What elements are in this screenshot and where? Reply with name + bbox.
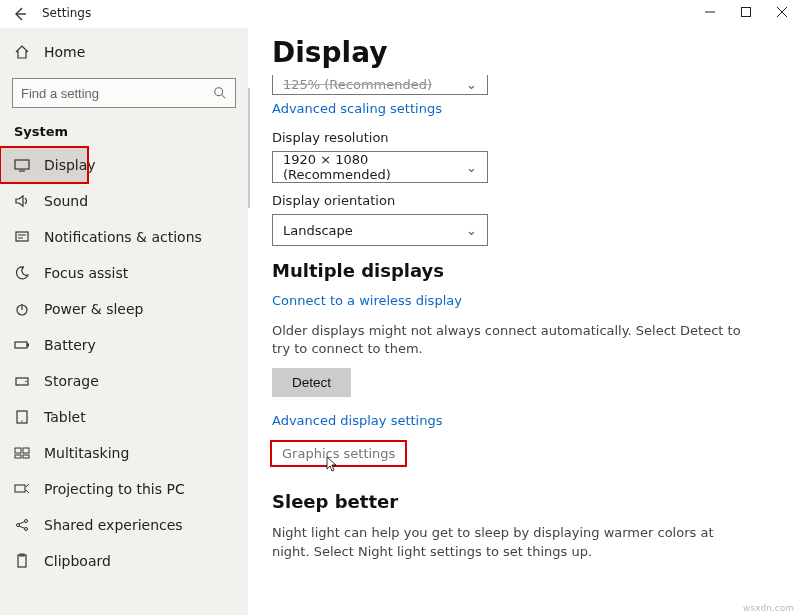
close-button[interactable] [764, 0, 800, 24]
sidebar-item-tablet[interactable]: Tablet [0, 399, 248, 435]
svg-rect-6 [27, 344, 29, 347]
sidebar-item-label: Notifications & actions [44, 229, 202, 245]
sidebar-item-notifications[interactable]: Notifications & actions [0, 219, 248, 255]
watermark: wsxdn.com [743, 603, 794, 613]
connect-wireless-link[interactable]: Connect to a wireless display [272, 293, 462, 308]
svg-rect-13 [15, 455, 21, 458]
sidebar-item-label: Display [44, 157, 96, 173]
tablet-icon [14, 409, 30, 425]
scale-value: 125% (Recommended) [283, 77, 432, 92]
sidebar-item-label: Shared experiences [44, 517, 183, 533]
sidebar-item-label: Sound [44, 193, 88, 209]
svg-rect-12 [23, 448, 29, 453]
main-content: Display 125% (Recommended) ⌄ Advanced sc… [248, 28, 800, 615]
home-icon [14, 44, 30, 60]
sidebar-item-focus[interactable]: Focus assist [0, 255, 248, 291]
clipboard-icon [14, 553, 30, 569]
sidebar-item-storage[interactable]: Storage [0, 363, 248, 399]
sound-icon [14, 193, 30, 209]
orientation-dropdown[interactable]: Landscape ⌄ [272, 214, 488, 246]
back-button[interactable] [0, 0, 40, 28]
resolution-label: Display resolution [272, 130, 800, 145]
older-displays-text: Older displays might not always connect … [272, 322, 742, 358]
sidebar-item-power[interactable]: Power & sleep [0, 291, 248, 327]
detect-button[interactable]: Detect [272, 368, 351, 397]
advanced-display-link[interactable]: Advanced display settings [272, 413, 442, 428]
svg-point-1 [215, 88, 223, 96]
scroll-indicator [248, 88, 250, 208]
svg-rect-15 [15, 485, 25, 492]
minimize-icon [705, 7, 715, 17]
sleep-better-text: Night light can help you get to sleep by… [272, 524, 742, 560]
sidebar-item-label: Multitasking [44, 445, 129, 461]
svg-rect-14 [23, 455, 29, 458]
svg-point-10 [21, 420, 22, 421]
multiple-displays-heading: Multiple displays [272, 260, 800, 281]
svg-rect-2 [15, 160, 29, 169]
chevron-down-icon: ⌄ [466, 77, 477, 92]
sidebar-item-label: Tablet [44, 409, 86, 425]
svg-rect-3 [16, 232, 28, 241]
graphics-settings-link[interactable]: Graphics settings [272, 442, 405, 465]
category-label: System [0, 120, 248, 147]
window-controls [692, 0, 800, 24]
resolution-dropdown[interactable]: 1920 × 1080 (Recommended) ⌄ [272, 151, 488, 183]
sidebar-item-shared[interactable]: Shared experiences [0, 507, 248, 543]
power-icon [14, 301, 30, 317]
search-icon [213, 86, 227, 100]
shared-icon [14, 517, 30, 533]
sidebar: Home System Display Sound Notifications … [0, 28, 248, 615]
notifications-icon [14, 229, 30, 245]
titlebar: Settings [0, 0, 800, 28]
projecting-icon [14, 481, 30, 497]
sidebar-item-label: Focus assist [44, 265, 128, 281]
advanced-scaling-link[interactable]: Advanced scaling settings [272, 101, 442, 116]
svg-rect-11 [15, 448, 21, 453]
page-title: Display [272, 36, 800, 69]
sidebar-item-label: Clipboard [44, 553, 111, 569]
sidebar-item-clipboard[interactable]: Clipboard [0, 543, 248, 579]
focus-icon [14, 265, 30, 281]
sidebar-item-battery[interactable]: Battery [0, 327, 248, 363]
storage-icon [14, 373, 30, 389]
sidebar-item-display[interactable]: Display [0, 147, 88, 183]
sidebar-item-multitasking[interactable]: Multitasking [0, 435, 248, 471]
sidebar-item-label: Battery [44, 337, 96, 353]
sidebar-item-label: Projecting to this PC [44, 481, 185, 497]
chevron-down-icon: ⌄ [466, 160, 477, 175]
orientation-value: Landscape [283, 223, 353, 238]
svg-rect-5 [15, 342, 27, 348]
sidebar-item-label: Storage [44, 373, 99, 389]
home-link[interactable]: Home [0, 34, 248, 70]
resolution-value: 1920 × 1080 (Recommended) [283, 152, 466, 182]
multitasking-icon [14, 445, 30, 461]
arrow-left-icon [12, 6, 28, 22]
orientation-label: Display orientation [272, 193, 800, 208]
svg-rect-0 [742, 8, 751, 17]
chevron-down-icon: ⌄ [466, 223, 477, 238]
close-icon [777, 7, 787, 17]
battery-icon [14, 337, 30, 353]
sidebar-item-projecting[interactable]: Projecting to this PC [0, 471, 248, 507]
home-label: Home [44, 44, 85, 60]
sleep-better-heading: Sleep better [272, 491, 800, 512]
sidebar-item-sound[interactable]: Sound [0, 183, 248, 219]
scale-dropdown[interactable]: 125% (Recommended) ⌄ [272, 75, 488, 95]
sidebar-item-label: Power & sleep [44, 301, 143, 317]
search-box[interactable] [12, 78, 236, 108]
search-input[interactable] [21, 86, 191, 101]
display-icon [14, 157, 30, 173]
window-title: Settings [40, 0, 91, 20]
svg-rect-19 [18, 555, 26, 567]
maximize-icon [741, 7, 751, 17]
minimize-button[interactable] [692, 0, 728, 24]
svg-point-8 [25, 381, 27, 383]
maximize-button[interactable] [728, 0, 764, 24]
graphics-label: Graphics settings [272, 442, 405, 465]
